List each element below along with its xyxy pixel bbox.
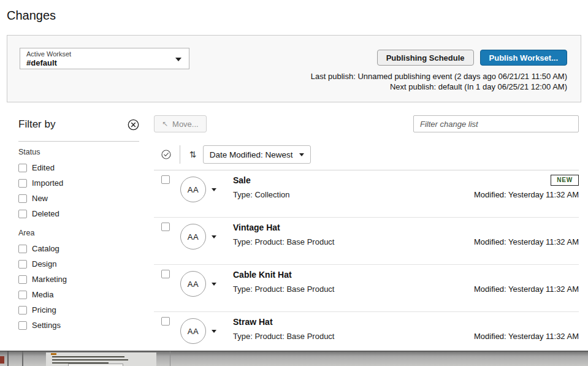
active-workset-select[interactable]: Active Workset #default [20, 48, 189, 69]
chevron-down-icon[interactable] [212, 283, 216, 288]
sort-arrows-icon[interactable]: ⇅ [189, 150, 197, 159]
background-divider [170, 351, 170, 366]
sort-order-select[interactable]: Date Modified: Newest [203, 145, 311, 164]
publish-workset-button[interactable]: Publish Workset... [480, 50, 567, 66]
next-publish-text: Next publish: default (In 1 day 06/25/21… [311, 82, 567, 92]
background-divider [22, 351, 23, 366]
filter-option-catalog[interactable]: Catalog [18, 241, 139, 256]
row-checkbox[interactable] [161, 317, 170, 326]
row-type: Type: Product: Base Product [233, 237, 334, 248]
checkbox[interactable] [18, 306, 27, 315]
change-list-panel: ↖ Move... ⇅ Date Modified: Newest AA Sal… [154, 115, 579, 359]
filter-change-list-input[interactable] [413, 115, 579, 132]
row-type: Type: Product: Base Product [233, 331, 334, 342]
publish-panel: Active Workset #default Publishing Sched… [7, 35, 581, 102]
filter-by-title: Filter by [18, 118, 55, 131]
background-decoration [0, 356, 4, 364]
change-row-vintage-hat: AA Vintage Hat Type: Product: Base Produ… [154, 218, 579, 265]
select-all-check-circle-icon[interactable] [161, 150, 171, 159]
row-title[interactable]: Straw Hat [233, 316, 334, 328]
row-type: Type: Collection [233, 189, 290, 200]
change-row-sale: AA Sale Type: Collection NEW Modified: Y… [154, 170, 579, 218]
toolbar-divider [180, 145, 180, 164]
filter-sidebar: Filter by Status Edited Imported New Del… [18, 116, 139, 333]
avatar[interactable]: AA [180, 318, 206, 344]
sort-order-value: Date Modified: Newest [210, 150, 293, 159]
row-modified: Modified: Yesterday 11:32 AM [474, 331, 579, 342]
close-circle-icon[interactable] [128, 119, 139, 131]
filter-option-design[interactable]: Design [18, 256, 139, 272]
chevron-down-icon[interactable] [212, 330, 216, 335]
filter-option-new[interactable]: New [18, 191, 139, 206]
status-badge-new: NEW [551, 175, 579, 186]
checkbox[interactable] [18, 321, 27, 330]
filter-group-label: Status [18, 148, 139, 156]
background-bullet-marker [51, 353, 56, 355]
row-type: Type: Product: Base Product [233, 284, 334, 295]
background-text-line [52, 359, 128, 360]
filter-option-imported[interactable]: Imported [18, 175, 139, 191]
row-modified: Modified: Yesterday 11:32 AM [474, 189, 579, 200]
chevron-down-icon[interactable] [212, 235, 216, 241]
checkbox[interactable] [18, 245, 27, 253]
background-text-line [52, 356, 124, 357]
background-document [46, 353, 156, 366]
filter-option-deleted[interactable]: Deleted [18, 206, 139, 221]
checkbox[interactable] [18, 210, 27, 218]
filter-group-area: Area Catalog Design Marketing Media Pric… [18, 229, 139, 333]
chevron-down-icon [299, 153, 304, 159]
checkbox[interactable] [18, 275, 27, 284]
filter-option-pricing[interactable]: Pricing [18, 302, 139, 318]
row-title[interactable]: Cable Knit Hat [233, 269, 334, 281]
publish-actions: Publishing Schedule Publish Workset... [377, 50, 567, 66]
last-publish-text: Last publish: Unnamed publishing event (… [311, 71, 567, 82]
row-title[interactable]: Vintage Hat [233, 221, 334, 234]
change-row-cable-knit-hat: AA Cable Knit Hat Type: Product: Base Pr… [154, 265, 579, 312]
publishing-schedule-button[interactable]: Publishing Schedule [377, 50, 474, 66]
avatar[interactable]: AA [180, 224, 206, 250]
background-divider [7, 351, 9, 366]
publish-info: Last publish: Unnamed publishing event (… [311, 71, 567, 92]
row-title[interactable]: Sale [233, 174, 290, 186]
move-button-label: Move... [172, 120, 199, 129]
row-checkbox[interactable] [161, 270, 170, 278]
chevron-down-icon[interactable] [212, 188, 216, 194]
arrow-up-left-icon: ↖ [162, 120, 168, 128]
filter-option-settings[interactable]: Settings [18, 318, 139, 333]
background-window-strip [0, 351, 588, 366]
avatar[interactable]: AA [180, 177, 206, 202]
avatar[interactable]: AA [180, 271, 206, 297]
row-checkbox[interactable] [161, 223, 170, 231]
workset-select-value: #default [26, 58, 173, 67]
sidebar-divider [18, 141, 139, 142]
list-toolbar: ⇅ Date Modified: Newest [154, 145, 579, 164]
filter-group-status: Status Edited Imported New Deleted [18, 148, 139, 221]
checkbox[interactable] [18, 194, 27, 203]
workset-select-label: Active Workset [26, 50, 173, 58]
checkbox[interactable] [18, 179, 27, 188]
background-text-box [68, 364, 123, 366]
row-modified: Modified: Yesterday 11:32 AM [474, 284, 579, 295]
filter-option-edited[interactable]: Edited [18, 160, 139, 175]
chevron-down-icon [175, 58, 181, 64]
page-title: Changes [7, 9, 56, 23]
checkbox[interactable] [18, 164, 27, 172]
row-checkbox[interactable] [161, 175, 170, 184]
checkbox[interactable] [18, 291, 27, 299]
row-modified: Modified: Yesterday 11:32 AM [474, 237, 579, 248]
checkbox[interactable] [18, 260, 27, 269]
filter-option-media[interactable]: Media [18, 287, 139, 302]
move-button[interactable]: ↖ Move... [154, 115, 207, 132]
filter-group-label: Area [18, 229, 139, 237]
filter-option-marketing[interactable]: Marketing [18, 272, 139, 287]
